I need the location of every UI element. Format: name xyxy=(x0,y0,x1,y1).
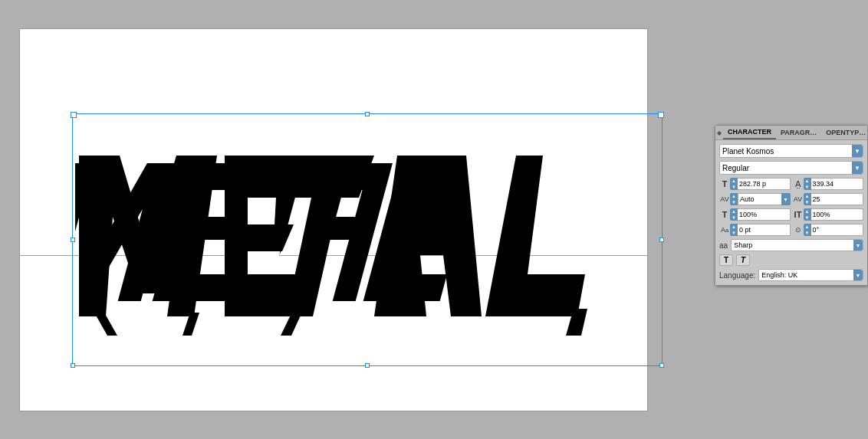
size-leading-row: T ▲ ▼ 282.78 p A̤ ▲ ▼ xyxy=(719,178,863,190)
vscale-spinbox[interactable]: ▲ ▼ 100% xyxy=(804,208,864,221)
vscale-value[interactable]: 100% xyxy=(811,208,864,221)
tracking-spinbox[interactable]: ▲ ▼ 25 xyxy=(804,193,864,205)
font-size-up[interactable]: ▲ xyxy=(730,178,738,184)
antialias-dropdown[interactable]: Sharp ▼ xyxy=(731,239,863,251)
tracking-up[interactable]: ▲ xyxy=(804,193,811,199)
kerning-value[interactable]: Auto xyxy=(738,193,781,205)
tab-paragraph[interactable]: PARAGR… xyxy=(776,126,821,139)
kerning-group: AV ▲ ▼ Auto ▼ xyxy=(719,193,791,205)
tracking-arrows[interactable]: ▲ ▼ xyxy=(804,193,811,205)
panel-body: Planet Kosmos ▼ Regular ▼ T ▲ ▼ xyxy=(715,140,867,285)
text-bold-button[interactable]: T xyxy=(719,254,733,266)
scale-row: T ▲ ▼ 100% IT ▲ ▼ xyxy=(719,208,863,221)
text-italic-button[interactable]: T xyxy=(736,254,750,266)
tracking-icon: AV xyxy=(793,194,804,205)
baseline-down[interactable]: ▼ xyxy=(730,230,738,236)
hscale-up[interactable]: ▲ xyxy=(730,208,738,215)
kerning-dd-arrow[interactable]: ▼ xyxy=(781,193,791,205)
canvas-area: .metal-letter { fill: #000000; } xyxy=(0,0,667,439)
baseline-value[interactable]: 0 pt xyxy=(738,224,791,236)
hscale-spinbox[interactable]: ▲ ▼ 100% xyxy=(730,208,791,221)
hscale-icon: T xyxy=(719,209,730,220)
rotation-up[interactable]: ▲ xyxy=(804,224,811,230)
font-style-row: Regular ▼ xyxy=(719,161,863,175)
rotation-icon: ⊙ xyxy=(793,224,804,235)
language-arrow[interactable]: ▼ xyxy=(853,270,863,280)
hscale-value[interactable]: 100% xyxy=(738,208,791,221)
vscale-group: IT ▲ ▼ 100% xyxy=(793,208,864,221)
baseline-rotation-row: Aa ▲ ▼ 0 pt ⊙ ▲ ▼ xyxy=(719,224,863,236)
handle-top-middle[interactable] xyxy=(365,112,370,116)
hscale-group: T ▲ ▼ 100% xyxy=(719,208,791,221)
font-size-down[interactable]: ▼ xyxy=(730,184,738,190)
leading-value[interactable]: 339.34 xyxy=(811,178,864,190)
hscale-down[interactable]: ▼ xyxy=(730,215,738,221)
leading-arrows[interactable]: ▲ ▼ xyxy=(804,178,811,190)
vscale-down[interactable]: ▼ xyxy=(804,215,811,221)
kerning-up[interactable]: ▲ xyxy=(730,193,738,199)
antialias-value: Sharp xyxy=(734,241,752,249)
kern-tracking-row: AV ▲ ▼ Auto ▼ AV ▲ ▼ xyxy=(719,193,863,205)
font-family-arrow[interactable]: ▼ xyxy=(852,145,863,157)
antialias-arrow[interactable]: ▼ xyxy=(853,240,863,251)
rotation-down[interactable]: ▼ xyxy=(804,230,811,236)
character-panel: ◆ CHARACTER PARAGR… OPENTYP… » Planet Ko… xyxy=(715,125,868,286)
leading-group: A̤ ▲ ▼ 339.34 xyxy=(793,178,864,190)
leading-spinbox[interactable]: ▲ ▼ 339.34 xyxy=(804,178,864,190)
handle-middle-right[interactable] xyxy=(659,238,664,242)
handle-bottom-right[interactable] xyxy=(659,363,664,368)
font-size-icon: T xyxy=(719,179,730,189)
baseline-spinbox[interactable]: ▲ ▼ 0 pt xyxy=(730,224,791,236)
language-value: English: UK xyxy=(761,271,797,279)
font-style-value: Regular xyxy=(722,164,749,172)
metal-text: .metal-letter { fill: #000000; } xyxy=(75,117,658,355)
artboard: .metal-letter { fill: #000000; } xyxy=(19,28,648,411)
rotation-value[interactable]: 0° xyxy=(811,224,864,236)
font-family-value: Planet Kosmos xyxy=(722,147,774,156)
leading-up[interactable]: ▲ xyxy=(804,178,811,184)
handle-bottom-left[interactable] xyxy=(71,363,75,368)
tracking-value[interactable]: 25 xyxy=(811,193,864,205)
kerning-spinbox[interactable]: ▲ ▼ Auto ▼ xyxy=(730,193,791,205)
baseline-arrows[interactable]: ▲ ▼ xyxy=(730,224,738,236)
font-style-arrow[interactable]: ▼ xyxy=(852,162,863,174)
handle-bottom-middle[interactable] xyxy=(365,363,370,368)
font-size-value[interactable]: 282.78 p xyxy=(738,178,791,190)
baseline-up[interactable]: ▲ xyxy=(730,224,738,230)
leading-icon: A̤ xyxy=(793,179,804,189)
tracking-group: AV ▲ ▼ 25 xyxy=(793,193,864,205)
language-label: Language: xyxy=(719,271,755,280)
font-size-group: T ▲ ▼ 282.78 p xyxy=(719,178,791,190)
rotation-spinbox[interactable]: ▲ ▼ 0° xyxy=(804,224,864,236)
font-style-dropdown[interactable]: Regular ▼ xyxy=(719,161,863,175)
tab-character[interactable]: CHARACTER xyxy=(723,126,776,139)
text-style-row: T T xyxy=(719,254,863,266)
kerning-down[interactable]: ▼ xyxy=(730,199,738,205)
kerning-icon: AV xyxy=(719,194,730,205)
rotation-arrows[interactable]: ▲ ▼ xyxy=(804,224,811,236)
baseline-group: Aa ▲ ▼ 0 pt xyxy=(719,224,791,236)
rotation-group: ⊙ ▲ ▼ 0° xyxy=(793,224,864,236)
kerning-arrows[interactable]: ▲ ▼ xyxy=(730,193,738,205)
baseline-icon: Aa xyxy=(719,224,730,235)
font-size-arrows[interactable]: ▲ ▼ xyxy=(730,178,738,190)
vscale-arrows[interactable]: ▲ ▼ xyxy=(804,208,811,221)
panel-tabs: ◆ CHARACTER PARAGR… OPENTYP… » xyxy=(715,126,867,140)
antialias-row: aa Sharp ▼ xyxy=(719,239,863,251)
font-family-dropdown[interactable]: Planet Kosmos ▼ xyxy=(719,144,863,158)
tab-opentype[interactable]: OPENTYP… xyxy=(821,126,868,139)
vscale-up[interactable]: ▲ xyxy=(804,208,811,215)
leading-down[interactable]: ▼ xyxy=(804,184,811,190)
font-family-row: Planet Kosmos ▼ xyxy=(719,144,863,158)
font-size-spinbox[interactable]: ▲ ▼ 282.78 p xyxy=(730,178,791,190)
tracking-down[interactable]: ▼ xyxy=(804,199,811,205)
antialias-label: aa xyxy=(719,241,728,250)
hscale-arrows[interactable]: ▲ ▼ xyxy=(730,208,738,221)
language-dropdown[interactable]: English: UK ▼ xyxy=(758,269,863,281)
language-row: Language: English: UK ▼ xyxy=(719,269,863,281)
vscale-icon: IT xyxy=(793,209,804,220)
